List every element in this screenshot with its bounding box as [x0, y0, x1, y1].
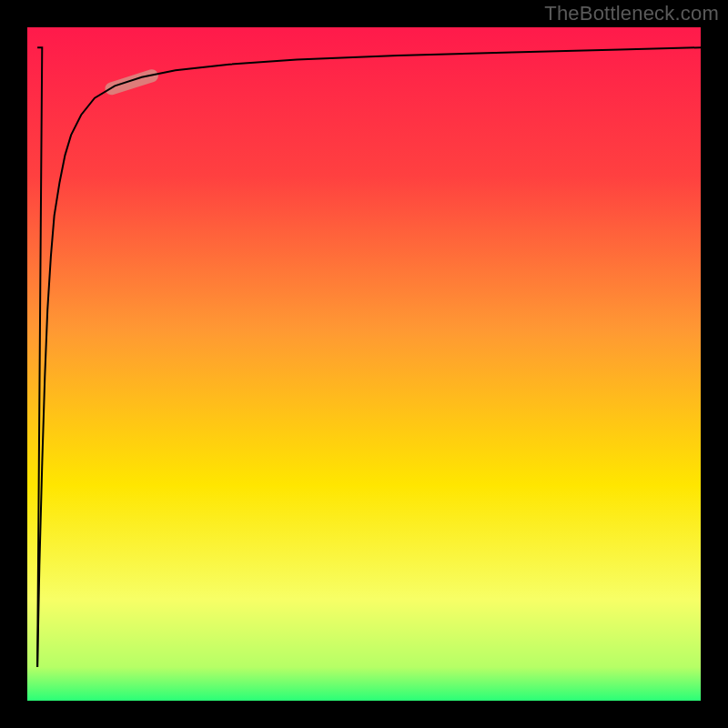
watermark-text: TheBottleneck.com [544, 2, 719, 25]
axis-frame-left [0, 0, 27, 728]
bottleneck-chart [0, 0, 728, 728]
axis-frame-bottom [0, 701, 728, 728]
axis-frame-right [701, 0, 728, 728]
plot-background [27, 27, 701, 701]
